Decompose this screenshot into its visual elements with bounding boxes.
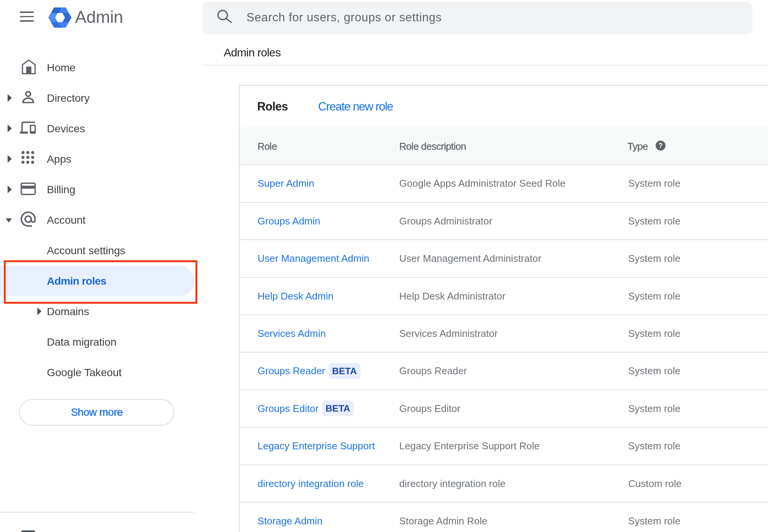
svg-text:?: ? bbox=[659, 142, 663, 149]
